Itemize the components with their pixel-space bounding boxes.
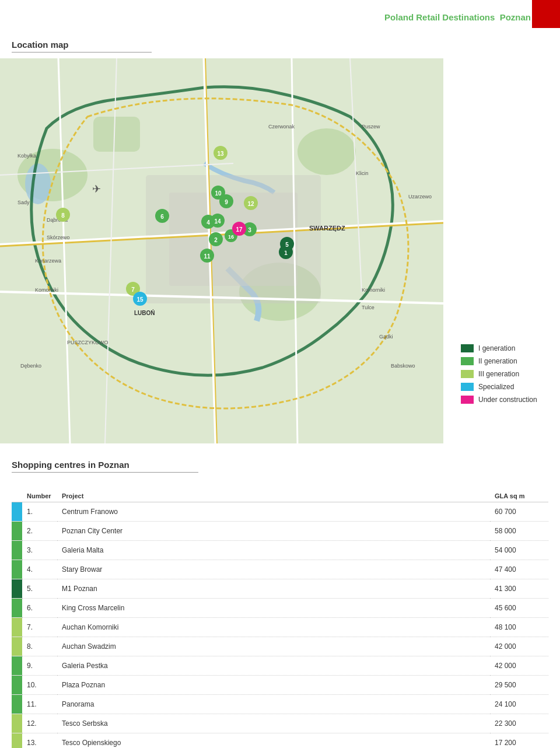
row-number: 5.: [22, 579, 57, 599]
row-project: Auchan Komorniki: [57, 618, 490, 637]
row-color-block: [12, 599, 22, 617]
table-row: 7. Auchan Komorniki 48 100: [12, 618, 548, 637]
row-color-block: [12, 522, 22, 540]
row-number: 10.: [22, 676, 57, 695]
map-svg: ✈ SWARZĘDZ LUBOŃ PUSZCZYKOWO Puszew Klic…: [0, 58, 443, 443]
row-gla: 58 000: [490, 522, 548, 541]
row-number: 13.: [22, 733, 57, 749]
row-color-block: [12, 502, 22, 521]
row-color-block: [12, 733, 22, 748]
svg-text:Babskowo: Babskowo: [391, 363, 415, 369]
svg-text:✈: ✈: [92, 183, 101, 195]
svg-rect-4: [93, 117, 140, 152]
legend-color-box: [461, 396, 474, 404]
svg-text:16: 16: [228, 234, 234, 240]
header-title: Poland Retail Destinations Poznan: [384, 12, 531, 22]
svg-text:Klicin: Klicin: [356, 170, 369, 176]
row-project: Centrum Franowo: [57, 502, 490, 522]
row-color-block: [12, 618, 22, 637]
header-accent: [532, 0, 560, 28]
row-gla: 47 400: [490, 560, 548, 579]
row-color-block: [12, 560, 22, 579]
row-color-cell: [12, 733, 22, 749]
legend-color-box: [461, 357, 474, 365]
legend: I generation II generation III generatio…: [461, 344, 554, 408]
legend-color-box: [461, 370, 474, 378]
svg-text:5: 5: [285, 242, 289, 248]
table-row: 5. M1 Poznan 41 300: [12, 579, 548, 599]
header-title-main: Poland Retail Destinations: [384, 12, 495, 22]
row-project: Tesco Opienskiego: [57, 733, 490, 749]
row-color-block: [12, 541, 22, 560]
table-row: 11. Panorama 24 100: [12, 695, 548, 714]
row-gla: 42 000: [490, 656, 548, 676]
svg-text:7: 7: [131, 286, 135, 293]
row-project: Tesco Serbska: [57, 714, 490, 733]
legend-item: I generation: [461, 344, 554, 352]
svg-text:SWARZĘDZ: SWARZĘDZ: [309, 225, 345, 232]
header-city: Poznan: [500, 12, 531, 22]
svg-text:Kobyłka: Kobyłka: [18, 153, 36, 159]
row-color-cell: [12, 676, 22, 695]
svg-text:4: 4: [206, 219, 210, 226]
table-row: 8. Auchan Swadzim 42 000: [12, 637, 548, 656]
svg-text:13: 13: [217, 151, 224, 157]
svg-text:8: 8: [61, 212, 65, 219]
svg-point-2: [298, 128, 356, 175]
row-gla: 45 600: [490, 599, 548, 618]
legend-label-text: Specialized: [478, 383, 514, 391]
svg-text:Gądki: Gądki: [379, 334, 393, 340]
row-gla: 54 000: [490, 541, 548, 560]
row-color-block: [12, 695, 22, 714]
svg-text:LUBOŃ: LUBOŃ: [134, 309, 155, 316]
header: Poland Retail Destinations Poznan: [0, 0, 560, 28]
svg-text:Skórzewo: Skórzewo: [47, 235, 70, 240]
shopping-table: Number Project GLA sq m 1. Centrum Frano…: [12, 490, 548, 748]
row-color-cell: [12, 522, 22, 541]
table-row: 1. Centrum Franowo 60 700: [12, 502, 548, 522]
svg-text:12: 12: [247, 201, 254, 207]
table-row: 4. Stary Browar 47 400: [12, 560, 548, 579]
svg-text:Dębenko: Dębenko: [20, 363, 41, 369]
col-number-header: Number: [22, 490, 57, 502]
svg-text:Czerwonak: Czerwonak: [268, 124, 295, 130]
svg-text:3: 3: [248, 227, 251, 233]
row-number: 11.: [22, 695, 57, 714]
table-row: 9. Galeria Pestka 42 000: [12, 656, 548, 676]
row-color-cell: [12, 618, 22, 637]
row-color-block: [12, 714, 22, 733]
row-color-cell: [12, 599, 22, 618]
row-gla: 29 500: [490, 676, 548, 695]
legend-item: III generation: [461, 370, 554, 378]
row-number: 1.: [22, 502, 57, 522]
section-map-title: Location map: [12, 40, 152, 53]
row-color-cell: [12, 695, 22, 714]
map-container: ✈ SWARZĘDZ LUBOŃ PUSZCZYKOWO Puszew Klic…: [0, 58, 443, 443]
svg-text:6: 6: [160, 214, 164, 220]
row-project: King Cross Marcelin: [57, 599, 490, 618]
row-gla: 48 100: [490, 618, 548, 637]
row-color-cell: [12, 637, 22, 656]
legend-label-text: III generation: [478, 370, 519, 378]
row-gla: 42 000: [490, 637, 548, 656]
svg-text:Komorniki: Komorniki: [35, 287, 58, 293]
row-number: 8.: [22, 637, 57, 656]
table-row: 2. Poznan City Center 58 000: [12, 522, 548, 541]
table-row: 13. Tesco Opienskiego 17 200: [12, 733, 548, 749]
legend-color-box: [461, 383, 474, 391]
svg-text:Uzarzewo: Uzarzewo: [408, 194, 432, 200]
row-color-cell: [12, 541, 22, 560]
svg-text:Konarzewa: Konarzewa: [35, 258, 61, 264]
svg-text:10: 10: [215, 190, 222, 197]
table-container: Number Project GLA sq m 1. Centrum Frano…: [12, 490, 548, 748]
svg-point-5: [25, 163, 51, 204]
svg-text:17: 17: [236, 226, 243, 233]
table-row: 3. Galeria Malta 54 000: [12, 541, 548, 560]
row-gla: 60 700: [490, 502, 548, 522]
row-number: 7.: [22, 618, 57, 637]
row-gla: 22 300: [490, 714, 548, 733]
row-project: Galeria Pestka: [57, 656, 490, 676]
col-project-header: Project: [57, 490, 490, 502]
row-project: Stary Browar: [57, 560, 490, 579]
row-color-cell: [12, 560, 22, 579]
